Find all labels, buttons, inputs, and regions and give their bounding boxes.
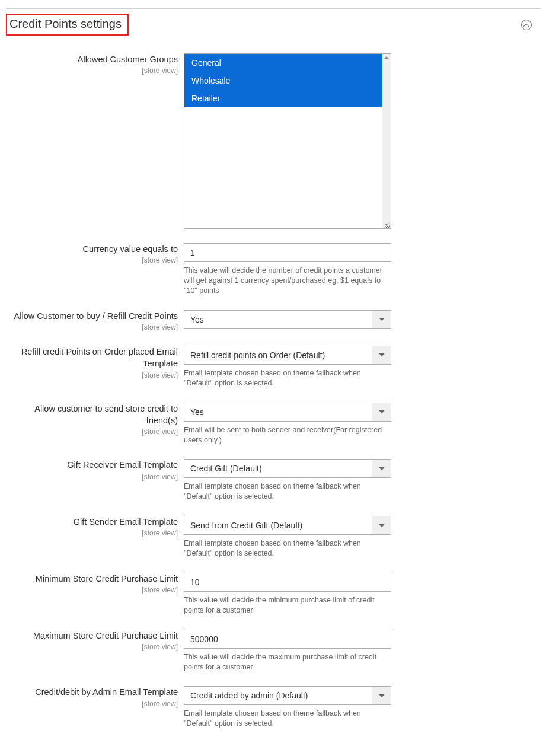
multiselect-option[interactable]: General xyxy=(184,54,382,72)
field-label: Gift Sender Email Template xyxy=(6,516,178,528)
resize-grip-icon[interactable] xyxy=(384,222,390,228)
select-value: Yes xyxy=(184,403,372,421)
scrollbar-track[interactable] xyxy=(382,54,391,228)
chevron-down-icon xyxy=(379,410,385,413)
scope-label: [store view] xyxy=(6,428,178,436)
field-currency-value: Currency value equals to [store view] Th… xyxy=(6,243,540,310)
field-label: Credit/debit by Admin Email Template xyxy=(6,686,178,698)
section-header[interactable]: Credit Points settings xyxy=(6,9,540,38)
field-min-limit: Minimum Store Credit Purchase Limit [sto… xyxy=(6,573,540,630)
dropdown-button[interactable] xyxy=(372,687,391,704)
scope-label: [store view] xyxy=(6,473,178,481)
multiselect-option[interactable]: Retailer xyxy=(184,90,382,107)
scope-label: [store view] xyxy=(6,529,178,537)
field-gift-sender-template: Gift Sender Email Template [store view] … xyxy=(6,516,540,573)
refill-template-select[interactable]: Refill credit points on Order (Default) xyxy=(184,346,391,365)
field-label: Refill credit Points on Order placed Ema… xyxy=(6,346,178,370)
field-admin-template: Credit/debit by Admin Email Template [st… xyxy=(6,686,540,743)
scroll-down-icon[interactable] xyxy=(384,224,389,226)
select-value: Send from Credit Gift (Default) xyxy=(184,516,372,534)
chevron-down-icon xyxy=(379,694,385,697)
field-note: This value will decide the maximum purch… xyxy=(184,649,391,672)
field-label: Allow customer to send store credit to f… xyxy=(6,403,178,427)
chevron-down-icon xyxy=(379,353,385,356)
field-note: This value will decide the number of cre… xyxy=(184,262,391,296)
field-label: Minimum Store Credit Purchase Limit xyxy=(6,573,178,585)
select-value: Credit Gift (Default) xyxy=(184,460,372,477)
field-label: Allowed Customer Groups xyxy=(6,53,178,65)
currency-value-input[interactable] xyxy=(184,243,391,262)
chevron-down-icon xyxy=(379,524,385,527)
field-allowed-customer-groups: Allowed Customer Groups [store view] Gen… xyxy=(6,53,540,243)
scope-label: [store view] xyxy=(6,66,178,75)
dropdown-button[interactable] xyxy=(372,516,391,534)
admin-template-select[interactable]: Credit added by admin (Default) xyxy=(184,686,391,705)
field-allow-gift: Allow customer to send store credit to f… xyxy=(6,403,540,460)
scope-label: [store view] xyxy=(6,323,178,331)
dropdown-button[interactable] xyxy=(372,346,391,364)
scope-label: [store view] xyxy=(6,586,178,594)
select-value: Yes xyxy=(184,311,372,328)
field-note: Email template chosen based on theme fal… xyxy=(184,705,391,729)
max-limit-input[interactable] xyxy=(184,630,391,649)
select-value: Refill credit points on Order (Default) xyxy=(184,346,372,364)
dropdown-button[interactable] xyxy=(372,460,391,477)
select-value: Credit added by admin (Default) xyxy=(184,687,372,704)
scope-label: [store view] xyxy=(6,256,178,264)
scope-label: [store view] xyxy=(6,371,178,379)
section-title: Credit Points settings xyxy=(9,17,122,30)
field-label: Currency value equals to xyxy=(6,243,178,255)
field-note: Email will be sent to both sender and re… xyxy=(184,422,391,445)
chevron-up-icon[interactable] xyxy=(521,20,532,30)
section-title-highlight: Credit Points settings xyxy=(6,14,129,36)
chevron-down-icon xyxy=(379,467,385,470)
gift-sender-select[interactable]: Send from Credit Gift (Default) xyxy=(184,516,391,535)
scope-label: [store view] xyxy=(6,700,178,708)
field-label: Allow Customer to buy / Refill Credit Po… xyxy=(6,310,178,322)
field-gift-receiver-template: Gift Receiver Email Template [store view… xyxy=(6,459,540,516)
dropdown-button[interactable] xyxy=(372,403,391,421)
gift-receiver-select[interactable]: Credit Gift (Default) xyxy=(184,459,391,478)
field-max-limit: Maximum Store Credit Purchase Limit [sto… xyxy=(6,630,540,687)
field-note: Email template chosen based on theme fal… xyxy=(184,478,391,502)
dropdown-button[interactable] xyxy=(372,311,391,328)
chevron-down-icon xyxy=(379,318,385,321)
field-label: Gift Receiver Email Template xyxy=(6,459,178,471)
field-allow-buy-refill: Allow Customer to buy / Refill Credit Po… xyxy=(6,310,540,346)
field-note: This value will decide the minimum purch… xyxy=(184,592,391,615)
min-limit-input[interactable] xyxy=(184,573,391,592)
field-note: Email template chosen based on theme fal… xyxy=(184,365,391,388)
field-note: Email template chosen based on theme fal… xyxy=(184,535,391,559)
scroll-up-icon[interactable] xyxy=(384,56,389,59)
scope-label: [store view] xyxy=(6,643,178,651)
field-label: Maximum Store Credit Purchase Limit xyxy=(6,630,178,642)
field-refill-email-template: Refill credit Points on Order placed Ema… xyxy=(6,346,540,403)
multiselect-option[interactable]: Wholesale xyxy=(184,72,382,90)
customer-groups-multiselect[interactable]: General Wholesale Retailer xyxy=(184,53,391,229)
allow-gift-select[interactable]: Yes xyxy=(184,403,391,422)
allow-buy-select[interactable]: Yes xyxy=(184,310,391,329)
